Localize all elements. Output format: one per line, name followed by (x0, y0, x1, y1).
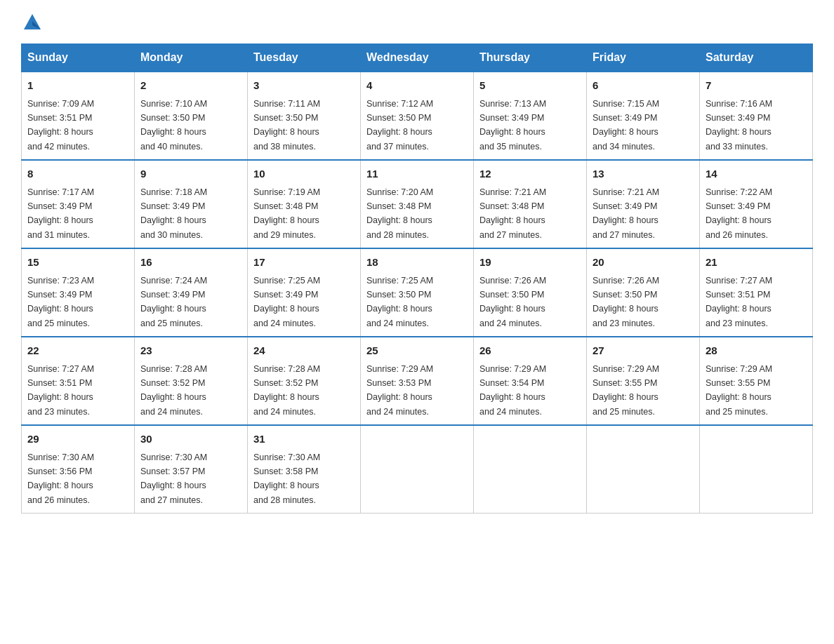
calendar-cell: 16 Sunrise: 7:24 AMSunset: 3:49 PMDaylig… (135, 248, 248, 337)
calendar-week-row: 29 Sunrise: 7:30 AMSunset: 3:56 PMDaylig… (22, 425, 813, 514)
day-info: Sunrise: 7:29 AMSunset: 3:53 PMDaylight:… (366, 364, 433, 417)
calendar-cell: 31 Sunrise: 7:30 AMSunset: 3:58 PMDaylig… (248, 425, 361, 514)
day-number: 10 (253, 166, 355, 182)
calendar-cell: 8 Sunrise: 7:17 AMSunset: 3:49 PMDayligh… (22, 160, 135, 248)
calendar-cell: 18 Sunrise: 7:25 AMSunset: 3:50 PMDaylig… (361, 248, 474, 337)
calendar-cell: 4 Sunrise: 7:12 AMSunset: 3:50 PMDayligh… (361, 72, 474, 160)
logo (21, 14, 42, 31)
day-number: 18 (366, 255, 468, 271)
day-info: Sunrise: 7:28 AMSunset: 3:52 PMDaylight:… (253, 364, 320, 417)
day-number: 11 (366, 166, 468, 182)
day-number: 14 (706, 166, 807, 182)
calendar-cell: 24 Sunrise: 7:28 AMSunset: 3:52 PMDaylig… (248, 337, 361, 425)
day-number: 26 (479, 343, 581, 359)
calendar-cell: 27 Sunrise: 7:29 AMSunset: 3:55 PMDaylig… (587, 337, 700, 425)
calendar-cell: 10 Sunrise: 7:19 AMSunset: 3:48 PMDaylig… (248, 160, 361, 248)
calendar-cell: 5 Sunrise: 7:13 AMSunset: 3:49 PMDayligh… (474, 72, 587, 160)
day-number: 5 (479, 78, 581, 94)
calendar-cell: 28 Sunrise: 7:29 AMSunset: 3:55 PMDaylig… (700, 337, 813, 425)
calendar-week-row: 22 Sunrise: 7:27 AMSunset: 3:51 PMDaylig… (22, 337, 813, 425)
day-number: 17 (253, 255, 355, 271)
day-info: Sunrise: 7:16 AMSunset: 3:49 PMDaylight:… (706, 99, 772, 152)
calendar-cell: 21 Sunrise: 7:27 AMSunset: 3:51 PMDaylig… (700, 248, 813, 337)
column-header-wednesday: Wednesday (361, 44, 474, 72)
day-number: 12 (479, 166, 581, 182)
day-number: 30 (140, 431, 241, 448)
day-info: Sunrise: 7:21 AMSunset: 3:48 PMDaylight:… (479, 187, 546, 240)
day-info: Sunrise: 7:20 AMSunset: 3:48 PMDaylight:… (366, 187, 433, 240)
calendar-cell: 29 Sunrise: 7:30 AMSunset: 3:56 PMDaylig… (22, 425, 135, 514)
day-number: 4 (366, 78, 468, 94)
calendar-cell: 23 Sunrise: 7:28 AMSunset: 3:52 PMDaylig… (135, 337, 248, 425)
calendar-header-row: SundayMondayTuesdayWednesdayThursdayFrid… (22, 44, 813, 72)
day-number: 16 (140, 255, 241, 271)
calendar-cell: 11 Sunrise: 7:20 AMSunset: 3:48 PMDaylig… (361, 160, 474, 248)
calendar-cell (587, 425, 700, 514)
day-info: Sunrise: 7:30 AMSunset: 3:56 PMDaylight:… (27, 452, 94, 505)
day-number: 15 (27, 255, 128, 271)
calendar-cell: 3 Sunrise: 7:11 AMSunset: 3:50 PMDayligh… (248, 72, 361, 160)
day-info: Sunrise: 7:10 AMSunset: 3:50 PMDaylight:… (140, 99, 207, 152)
day-number: 19 (479, 255, 581, 271)
day-number: 31 (253, 431, 355, 448)
day-number: 8 (27, 166, 128, 182)
day-info: Sunrise: 7:29 AMSunset: 3:54 PMDaylight:… (479, 364, 546, 417)
column-header-sunday: Sunday (22, 44, 135, 72)
calendar-cell: 6 Sunrise: 7:15 AMSunset: 3:49 PMDayligh… (587, 72, 700, 160)
day-info: Sunrise: 7:29 AMSunset: 3:55 PMDaylight:… (706, 364, 772, 417)
calendar-cell: 30 Sunrise: 7:30 AMSunset: 3:57 PMDaylig… (135, 425, 248, 514)
calendar-cell: 7 Sunrise: 7:16 AMSunset: 3:49 PMDayligh… (700, 72, 813, 160)
day-info: Sunrise: 7:25 AMSunset: 3:50 PMDaylight:… (366, 276, 433, 328)
day-info: Sunrise: 7:29 AMSunset: 3:55 PMDaylight:… (593, 364, 659, 417)
column-header-monday: Monday (135, 44, 248, 72)
day-number: 9 (140, 166, 241, 182)
day-info: Sunrise: 7:13 AMSunset: 3:49 PMDaylight:… (479, 99, 546, 152)
calendar-cell: 14 Sunrise: 7:22 AMSunset: 3:49 PMDaylig… (700, 160, 813, 248)
column-header-tuesday: Tuesday (248, 44, 361, 72)
day-info: Sunrise: 7:27 AMSunset: 3:51 PMDaylight:… (27, 364, 94, 417)
calendar-cell (700, 425, 813, 514)
column-header-saturday: Saturday (700, 44, 813, 72)
day-number: 22 (27, 343, 128, 359)
day-info: Sunrise: 7:30 AMSunset: 3:57 PMDaylight:… (140, 452, 207, 505)
column-header-thursday: Thursday (474, 44, 587, 72)
calendar-cell (361, 425, 474, 514)
day-number: 27 (593, 343, 694, 359)
day-number: 24 (253, 343, 355, 359)
day-number: 21 (706, 255, 807, 271)
day-info: Sunrise: 7:11 AMSunset: 3:50 PMDaylight:… (253, 99, 320, 152)
day-number: 1 (27, 78, 128, 94)
day-number: 13 (593, 166, 694, 182)
calendar-table: SundayMondayTuesdayWednesdayThursdayFrid… (21, 43, 813, 514)
calendar-cell: 2 Sunrise: 7:10 AMSunset: 3:50 PMDayligh… (135, 72, 248, 160)
day-number: 29 (27, 431, 128, 448)
day-info: Sunrise: 7:21 AMSunset: 3:49 PMDaylight:… (593, 187, 659, 240)
page-header (21, 14, 813, 31)
day-info: Sunrise: 7:25 AMSunset: 3:49 PMDaylight:… (253, 276, 320, 328)
logo-icon (22, 11, 42, 31)
calendar-cell: 1 Sunrise: 7:09 AMSunset: 3:51 PMDayligh… (22, 72, 135, 160)
day-number: 6 (593, 78, 694, 94)
calendar-cell: 13 Sunrise: 7:21 AMSunset: 3:49 PMDaylig… (587, 160, 700, 248)
day-info: Sunrise: 7:30 AMSunset: 3:58 PMDaylight:… (253, 452, 320, 505)
day-number: 28 (706, 343, 807, 359)
day-info: Sunrise: 7:15 AMSunset: 3:49 PMDaylight:… (593, 99, 659, 152)
day-info: Sunrise: 7:26 AMSunset: 3:50 PMDaylight:… (479, 276, 546, 328)
calendar-cell: 20 Sunrise: 7:26 AMSunset: 3:50 PMDaylig… (587, 248, 700, 337)
day-number: 20 (593, 255, 694, 271)
calendar-cell: 25 Sunrise: 7:29 AMSunset: 3:53 PMDaylig… (361, 337, 474, 425)
calendar-cell: 9 Sunrise: 7:18 AMSunset: 3:49 PMDayligh… (135, 160, 248, 248)
day-info: Sunrise: 7:22 AMSunset: 3:49 PMDaylight:… (706, 187, 772, 240)
calendar-cell: 17 Sunrise: 7:25 AMSunset: 3:49 PMDaylig… (248, 248, 361, 337)
day-number: 25 (366, 343, 468, 359)
day-number: 3 (253, 78, 355, 94)
calendar-cell: 26 Sunrise: 7:29 AMSunset: 3:54 PMDaylig… (474, 337, 587, 425)
calendar-week-row: 8 Sunrise: 7:17 AMSunset: 3:49 PMDayligh… (22, 160, 813, 248)
day-number: 7 (706, 78, 807, 94)
day-info: Sunrise: 7:17 AMSunset: 3:49 PMDaylight:… (27, 187, 94, 240)
column-header-friday: Friday (587, 44, 700, 72)
day-info: Sunrise: 7:18 AMSunset: 3:49 PMDaylight:… (140, 187, 207, 240)
calendar-cell: 12 Sunrise: 7:21 AMSunset: 3:48 PMDaylig… (474, 160, 587, 248)
day-info: Sunrise: 7:27 AMSunset: 3:51 PMDaylight:… (706, 276, 772, 328)
day-info: Sunrise: 7:24 AMSunset: 3:49 PMDaylight:… (140, 276, 207, 328)
